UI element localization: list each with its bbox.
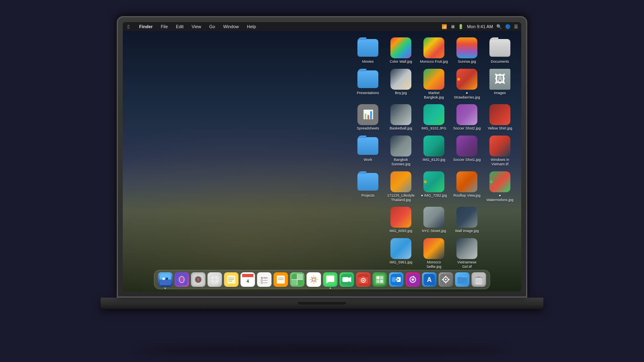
icon-nyc-street[interactable]: NYC Street.jpg bbox=[418, 205, 450, 235]
icon-img6093[interactable]: IMG_6093.jpg bbox=[385, 205, 417, 235]
menu-edit[interactable]: Edit bbox=[174, 24, 185, 29]
icon-movies[interactable]: Movies bbox=[352, 36, 384, 66]
icon-sunrise[interactable]: Sunrise.jpg bbox=[451, 36, 483, 66]
dock-item-finder[interactable] bbox=[158, 272, 173, 287]
dock-running-dot bbox=[330, 288, 331, 289]
svg-point-49 bbox=[363, 280, 364, 281]
menubar:  Finder File Edit View Go Window Help 📶… bbox=[123, 22, 521, 31]
dock-container: 4 bbox=[154, 270, 490, 289]
macbook-base bbox=[101, 298, 543, 309]
control-center-icon[interactable]: ☰ bbox=[514, 24, 518, 29]
dock-item-reminders[interactable] bbox=[257, 272, 272, 287]
svg-rect-54 bbox=[380, 276, 383, 279]
dock-item-launchpad[interactable] bbox=[191, 272, 206, 287]
icon-watermelons[interactable]: ● Watermelons.jpg bbox=[484, 170, 516, 204]
icon-bangkok-sunnies[interactable]: Bangkok Sunnies.jpg bbox=[385, 134, 417, 168]
menu-window[interactable]: Window bbox=[221, 24, 240, 29]
menu-go[interactable]: Go bbox=[208, 24, 217, 29]
svg-rect-58 bbox=[392, 277, 396, 282]
wifi-icon: 📶 bbox=[442, 24, 447, 29]
apple-menu[interactable]:  bbox=[126, 24, 131, 30]
svg-point-3 bbox=[166, 278, 168, 280]
icon-work[interactable]: Work bbox=[352, 134, 384, 168]
svg-point-69 bbox=[445, 279, 447, 280]
icon-morocco-fruit[interactable]: Morocco Fruit.jpg bbox=[418, 36, 450, 66]
svg-point-73 bbox=[448, 279, 450, 280]
svg-rect-36 bbox=[297, 274, 303, 280]
icon-rooftop[interactable]: Rooftop View.jpg bbox=[451, 170, 483, 204]
svg-text:A: A bbox=[427, 276, 432, 283]
desktop[interactable]:  Finder File Edit View Go Window Help 📶… bbox=[123, 22, 521, 292]
dock-item-appstore[interactable]: A bbox=[422, 272, 437, 287]
dock-item-gmaps[interactable] bbox=[290, 272, 305, 287]
icon-vietnamese-girl[interactable]: Vietnamese Girl.tif bbox=[451, 237, 483, 271]
icon-images-folder[interactable]: 🖼 Images bbox=[484, 67, 516, 101]
menubar-left:  Finder File Edit View Go Window Help bbox=[126, 24, 258, 30]
macbook-notch bbox=[298, 302, 346, 304]
svg-rect-23 bbox=[259, 274, 270, 285]
spotlight-icon[interactable]: 🔍 bbox=[496, 24, 502, 29]
dock-item-itunes[interactable] bbox=[405, 272, 421, 287]
icon-img8120[interactable]: IMG_8120.jpg bbox=[418, 134, 450, 168]
dock-item-calendar[interactable]: 4 bbox=[240, 272, 256, 287]
svg-rect-77 bbox=[477, 276, 481, 277]
icon-projects[interactable]: Projects bbox=[352, 170, 384, 204]
battery-icon: 🔋 bbox=[458, 24, 464, 29]
icon-soccer-shot1[interactable]: Soccer Shot1.jpg bbox=[451, 134, 483, 168]
dock-item-photos[interactable] bbox=[306, 272, 322, 287]
siri-icon[interactable]: 🔵 bbox=[505, 24, 511, 29]
dock-item-facetime[interactable] bbox=[339, 272, 355, 287]
macbook-computer:  Finder File Edit View Go Window Help 📶… bbox=[117, 16, 527, 346]
svg-rect-53 bbox=[377, 276, 380, 279]
menu-help[interactable]: Help bbox=[246, 24, 258, 29]
dock-item-migration[interactable] bbox=[389, 272, 404, 287]
dock-item-numbers[interactable] bbox=[372, 272, 388, 287]
icon-wall-image[interactable]: Wall Image.jpg bbox=[451, 205, 483, 235]
dock-item-messages[interactable] bbox=[323, 272, 338, 287]
icon-yellow-shirt[interactable]: Yellow Shirt.jpg bbox=[484, 103, 516, 132]
svg-point-72 bbox=[442, 279, 443, 280]
dock-item-folder[interactable] bbox=[455, 272, 470, 287]
icon-spreadsheets[interactable]: 📊 Spreadsheets bbox=[352, 103, 384, 132]
svg-point-41 bbox=[313, 278, 315, 281]
svg-rect-76 bbox=[475, 277, 483, 278]
menu-finder[interactable]: Finder bbox=[138, 24, 155, 29]
icon-171225[interactable]: 171225_Lifestyle Thailand.jpg bbox=[385, 170, 417, 204]
menubar-right: 📶 🖥 🔋 Mon 9:41 AM 🔍 🔵 ☰ bbox=[442, 24, 518, 29]
dock-running-dot bbox=[165, 288, 166, 289]
icon-market-bangkok[interactable]: Market Bangkok.jpg bbox=[418, 67, 450, 101]
icon-soccer-shot2[interactable]: Soccer Shot2.jpg bbox=[451, 103, 483, 132]
icon-img9102[interactable]: IMG_9102.JPG bbox=[418, 103, 450, 132]
dock-item-notes[interactable] bbox=[224, 272, 239, 287]
dock-item-sysprefs[interactable] bbox=[438, 272, 454, 287]
macbook-lid:  Finder File Edit View Go Window Help 📶… bbox=[117, 16, 527, 298]
dock-item-safari[interactable] bbox=[207, 272, 223, 287]
svg-rect-55 bbox=[377, 280, 380, 283]
icon-morocco-selfie[interactable]: Morocco Selfie.jpg bbox=[418, 237, 450, 271]
screen-bezel:  Finder File Edit View Go Window Help 📶… bbox=[123, 22, 521, 292]
icon-img5961[interactable]: IMG_5961.jpg bbox=[385, 237, 417, 271]
dock: 4 bbox=[154, 270, 490, 289]
menu-view[interactable]: View bbox=[190, 24, 203, 29]
svg-rect-35 bbox=[292, 280, 297, 285]
dock-item-siri[interactable] bbox=[174, 272, 190, 287]
svg-rect-1 bbox=[160, 280, 171, 285]
svg-rect-50 bbox=[362, 276, 365, 278]
svg-point-71 bbox=[445, 282, 446, 284]
icon-documents[interactable]: Documents bbox=[484, 36, 516, 66]
menu-file[interactable]: File bbox=[159, 24, 169, 29]
icon-boy[interactable]: Boy.jpg bbox=[385, 67, 417, 101]
icon-basketball[interactable]: Basketball.jpg bbox=[385, 103, 417, 132]
dock-item-photo-booth[interactable] bbox=[356, 272, 371, 287]
icon-presentations[interactable]: Presentations bbox=[352, 67, 384, 101]
dock-item-notes2[interactable] bbox=[273, 272, 289, 287]
svg-rect-44 bbox=[343, 277, 349, 282]
icon-strawberries[interactable]: ● Strawberries.jpg bbox=[451, 67, 483, 101]
svg-point-2 bbox=[163, 278, 165, 280]
icon-img7282[interactable]: ● IMG_7282.jpg bbox=[418, 170, 450, 204]
clock: Mon 9:41 AM bbox=[467, 24, 493, 29]
desktop-icons-grid: Movies Color Wall.jpg Morocco Fruit.jpg bbox=[351, 34, 517, 272]
dock-item-trash[interactable] bbox=[471, 272, 487, 287]
icon-windows-vietnam[interactable]: Windows in Vietnam.tif bbox=[484, 134, 516, 168]
icon-color-wall[interactable]: Color Wall.jpg bbox=[385, 36, 417, 66]
